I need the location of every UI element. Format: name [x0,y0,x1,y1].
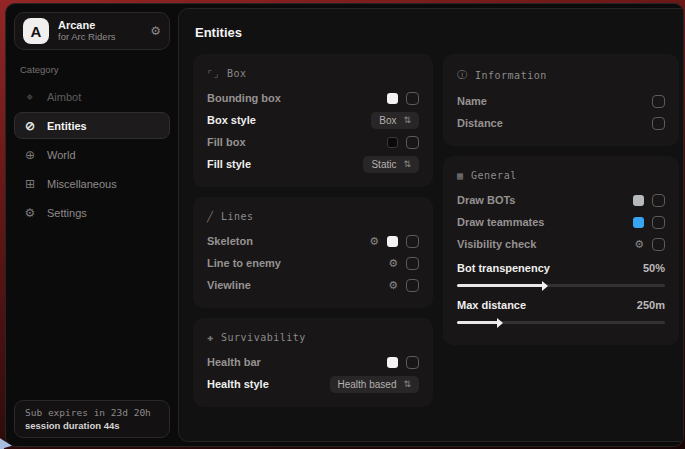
gear-icon[interactable]: ⚙ [634,238,644,251]
row-label: Health style [207,378,269,390]
info-icon: ⓘ [457,68,467,82]
slider-label: Bot transpenency [457,262,550,274]
row-label: Bounding box [207,92,281,104]
slider-thumb[interactable] [497,318,503,328]
row-name: Name [457,90,665,112]
health-style-dropdown[interactable]: Health based ⇅ [330,376,419,393]
row-box-style: Box style Box ⇅ [207,109,419,131]
sidebar-item-world[interactable]: ⊕ World [14,141,170,168]
panel-title: Information [475,70,547,81]
box-style-dropdown[interactable]: Box ⇅ [371,112,419,129]
main-panel: Entities ⌜⌟ Box Bounding box [178,8,684,442]
color-swatch[interactable] [387,236,398,247]
row-label: Distance [457,117,503,129]
color-swatch[interactable] [387,357,398,368]
row-fill-style: Fill style Static ⇅ [207,153,419,175]
panel-title: Box [227,68,247,79]
color-swatch[interactable] [633,195,644,206]
row-label: Draw BOTs [457,194,515,206]
app-name: Arcane [58,19,141,32]
checkbox[interactable] [406,279,419,292]
unfold-icon: ⇅ [403,379,411,389]
row-line-to-enemy: Line to enemy ⚙ [207,252,419,274]
fill-style-dropdown[interactable]: Static ⇅ [363,156,419,173]
row-label: Visibility check [457,238,536,250]
slider-value: 250m [637,299,665,311]
checkbox[interactable] [652,238,665,251]
gear-icon[interactable]: ⚙ [369,235,379,248]
panel-box: ⌜⌟ Box Bounding box Box style [193,54,433,187]
panel-survivability: ✚ Survivability Health bar Health style [193,318,433,407]
gear-icon[interactable]: ⚙ [388,279,398,292]
session-duration-text: session duration 44s [25,420,159,431]
checkbox[interactable] [406,92,419,105]
globe-icon: ⊕ [23,148,37,162]
unfold-icon: ⇅ [403,115,411,125]
gear-icon[interactable]: ⚙ [388,257,398,270]
grid-icon: ▦ [457,170,463,181]
checkbox[interactable] [406,136,419,149]
sidebar-item-label: Miscellaneous [47,178,117,190]
sidebar-item-label: World [47,149,76,161]
row-label: Health bar [207,356,261,368]
health-cross-icon: ✚ [207,332,213,343]
max-distance-control: Max distance 250m [457,296,665,324]
bot-transparency-slider[interactable] [457,284,665,287]
grid-icon: ⊞ [23,177,37,191]
account-card[interactable]: A Arcane for Arc Riders ⚙ [14,12,170,50]
gear-icon[interactable]: ⚙ [150,24,161,38]
sidebar-item-label: Entities [47,120,87,132]
checkbox[interactable] [652,95,665,108]
max-distance-slider[interactable] [457,321,665,324]
panel-title: Survivability [221,332,306,343]
app-window: A Arcane for Arc Riders ⚙ Category ⌖ Aim… [5,3,684,447]
checkbox[interactable] [652,117,665,130]
checkbox[interactable] [652,194,665,207]
row-viewline: Viewline ⚙ [207,274,419,296]
row-label: Draw teammates [457,216,544,228]
slider-thumb[interactable] [542,281,548,291]
checkbox[interactable] [406,235,419,248]
account-text: Arcane for Arc Riders [58,19,141,43]
sidebar-item-miscellaneous[interactable]: ⊞ Miscellaneous [14,170,170,197]
row-label: Line to enemy [207,257,281,269]
row-visibility-check: Visibility check ⚙ [457,233,665,255]
unfold-icon: ⇅ [403,159,411,169]
avatar: A [23,18,49,44]
row-draw-teammates: Draw teammates [457,211,665,233]
row-label: Fill box [207,136,246,148]
gear-icon: ⚙ [23,206,37,220]
page-title: Entities [195,25,679,40]
row-label: Viewline [207,279,251,291]
checkbox[interactable] [406,356,419,369]
sidebar-nav: ⌖ Aimbot ⊘ Entities ⊕ World ⊞ Miscellane… [14,83,170,226]
color-swatch[interactable] [633,217,644,228]
sidebar-item-settings[interactable]: ⚙ Settings [14,199,170,226]
app-subtitle: for Arc Riders [58,32,141,43]
panel-lines: ╱ Lines Skeleton ⚙ Line to enemy [193,197,433,308]
box-icon: ⌜⌟ [207,68,219,79]
slider-fill [457,284,544,287]
entities-icon: ⊘ [23,119,37,133]
dropdown-value: Health based [338,379,397,390]
sidebar-item-entities[interactable]: ⊘ Entities [14,112,170,139]
sidebar-item-label: Aimbot [47,91,81,103]
panel-title: General [471,170,517,181]
slider-label: Max distance [457,299,526,311]
row-distance: Distance [457,112,665,134]
sidebar-item-aimbot[interactable]: ⌖ Aimbot [14,83,170,110]
checkbox[interactable] [406,257,419,270]
color-swatch[interactable] [387,93,398,104]
row-fill-box: Fill box [207,131,419,153]
bot-transparency-control: Bot transpenency 50% [457,259,665,287]
dropdown-value: Static [371,159,396,170]
line-icon: ╱ [207,211,213,222]
category-label: Category [20,64,170,75]
row-bounding-box: Bounding box [207,87,419,109]
row-label: Skeleton [207,235,253,247]
row-label: Box style [207,114,256,126]
checkbox[interactable] [652,216,665,229]
color-swatch[interactable] [387,137,398,148]
row-skeleton: Skeleton ⚙ [207,230,419,252]
sidebar: A Arcane for Arc Riders ⚙ Category ⌖ Aim… [6,4,178,446]
